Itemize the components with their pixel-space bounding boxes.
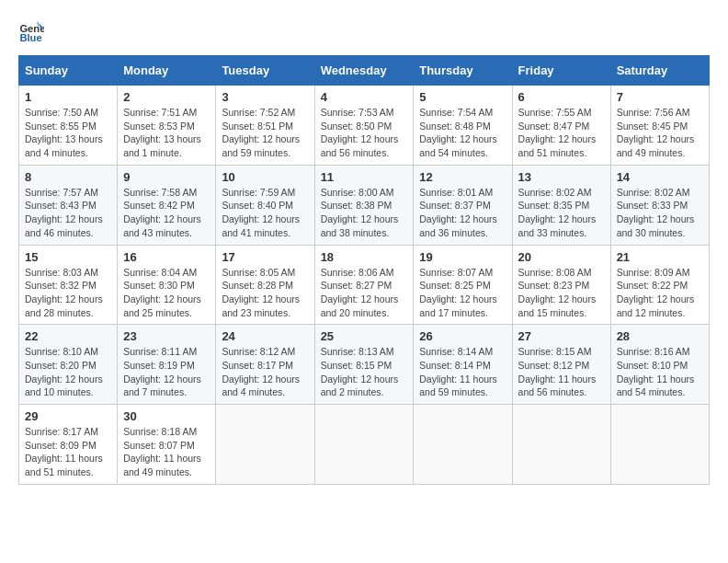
calendar-day-cell: 11Sunrise: 8:00 AMSunset: 8:38 PMDayligh… [314, 165, 414, 245]
calendar-day-cell: 14Sunrise: 8:02 AMSunset: 8:33 PMDayligh… [610, 165, 709, 245]
weekday-header-cell: Thursday [414, 56, 512, 86]
calendar-day-cell: 22Sunrise: 8:10 AMSunset: 8:20 PMDayligh… [19, 325, 118, 405]
day-number: 27 [518, 329, 605, 343]
calendar-day-cell: 7Sunrise: 7:56 AMSunset: 8:45 PMDaylight… [610, 86, 709, 166]
calendar-week-row: 29Sunrise: 8:17 AMSunset: 8:09 PMDayligh… [19, 405, 710, 485]
calendar-day-cell: 26Sunrise: 8:14 AMSunset: 8:14 PMDayligh… [414, 325, 512, 405]
day-detail: Sunrise: 7:56 AMSunset: 8:45 PMDaylight:… [617, 106, 703, 160]
day-number: 4 [321, 90, 408, 104]
day-detail: Sunrise: 8:18 AMSunset: 8:07 PMDaylight:… [123, 425, 210, 479]
calendar-week-row: 15Sunrise: 8:03 AMSunset: 8:32 PMDayligh… [19, 245, 710, 325]
day-number: 18 [321, 250, 408, 264]
calendar-day-cell: 10Sunrise: 7:59 AMSunset: 8:40 PMDayligh… [216, 165, 314, 245]
day-number: 20 [518, 250, 605, 264]
calendar-day-cell: 3Sunrise: 7:52 AMSunset: 8:51 PMDaylight… [216, 86, 314, 166]
day-detail: Sunrise: 7:53 AMSunset: 8:50 PMDaylight:… [321, 106, 408, 160]
calendar-day-cell: 23Sunrise: 8:11 AMSunset: 8:19 PMDayligh… [118, 325, 216, 405]
weekday-header-row: SundayMondayTuesdayWednesdayThursdayFrid… [19, 56, 710, 86]
day-detail: Sunrise: 7:51 AMSunset: 8:53 PMDaylight:… [123, 106, 210, 160]
day-number: 7 [617, 90, 703, 104]
day-number: 8 [25, 170, 111, 184]
day-detail: Sunrise: 7:50 AMSunset: 8:55 PMDaylight:… [25, 106, 111, 160]
calendar-day-cell: 25Sunrise: 8:13 AMSunset: 8:15 PMDayligh… [314, 325, 414, 405]
day-number: 1 [25, 90, 111, 104]
calendar-day-cell: 30Sunrise: 8:18 AMSunset: 8:07 PMDayligh… [118, 405, 216, 485]
day-number: 22 [25, 329, 111, 343]
day-detail: Sunrise: 8:02 AMSunset: 8:33 PMDaylight:… [617, 186, 703, 240]
day-detail: Sunrise: 8:08 AMSunset: 8:23 PMDaylight:… [518, 266, 605, 320]
weekday-header-cell: Wednesday [314, 56, 414, 86]
day-detail: Sunrise: 8:02 AMSunset: 8:35 PMDaylight:… [518, 186, 605, 240]
calendar-day-cell: 17Sunrise: 8:05 AMSunset: 8:28 PMDayligh… [216, 245, 314, 325]
calendar-body: 1Sunrise: 7:50 AMSunset: 8:55 PMDaylight… [19, 86, 710, 485]
day-number: 30 [123, 409, 210, 423]
calendar-day-cell [314, 405, 414, 485]
calendar-day-cell: 9Sunrise: 7:58 AMSunset: 8:42 PMDaylight… [118, 165, 216, 245]
calendar-day-cell [216, 405, 314, 485]
calendar-day-cell: 13Sunrise: 8:02 AMSunset: 8:35 PMDayligh… [512, 165, 610, 245]
calendar-table: SundayMondayTuesdayWednesdayThursdayFrid… [18, 55, 710, 485]
calendar-day-cell [512, 405, 610, 485]
day-number: 23 [123, 329, 210, 343]
day-number: 15 [25, 250, 111, 264]
day-detail: Sunrise: 8:04 AMSunset: 8:30 PMDaylight:… [123, 266, 210, 320]
calendar-day-cell [610, 405, 709, 485]
day-detail: Sunrise: 8:17 AMSunset: 8:09 PMDaylight:… [25, 425, 111, 479]
day-detail: Sunrise: 8:13 AMSunset: 8:15 PMDaylight:… [321, 345, 408, 399]
calendar-day-cell: 18Sunrise: 8:06 AMSunset: 8:27 PMDayligh… [314, 245, 414, 325]
day-detail: Sunrise: 8:15 AMSunset: 8:12 PMDaylight:… [518, 345, 605, 399]
logo: General Blue [18, 18, 48, 44]
day-number: 29 [25, 409, 111, 423]
calendar-day-cell: 20Sunrise: 8:08 AMSunset: 8:23 PMDayligh… [512, 245, 610, 325]
day-number: 26 [419, 329, 506, 343]
day-detail: Sunrise: 8:09 AMSunset: 8:22 PMDaylight:… [617, 266, 703, 320]
day-number: 9 [123, 170, 210, 184]
calendar-day-cell: 5Sunrise: 7:54 AMSunset: 8:48 PMDaylight… [414, 86, 512, 166]
calendar-day-cell [414, 405, 512, 485]
calendar-day-cell: 8Sunrise: 7:57 AMSunset: 8:43 PMDaylight… [19, 165, 118, 245]
day-number: 2 [123, 90, 210, 104]
day-number: 12 [419, 170, 506, 184]
calendar-day-cell: 6Sunrise: 7:55 AMSunset: 8:47 PMDaylight… [512, 86, 610, 166]
weekday-header-cell: Friday [512, 56, 610, 86]
day-number: 19 [419, 250, 506, 264]
page-header: General Blue [18, 18, 710, 44]
calendar-week-row: 8Sunrise: 7:57 AMSunset: 8:43 PMDaylight… [19, 165, 710, 245]
calendar-week-row: 1Sunrise: 7:50 AMSunset: 8:55 PMDaylight… [19, 86, 710, 166]
day-number: 10 [222, 170, 308, 184]
calendar-day-cell: 27Sunrise: 8:15 AMSunset: 8:12 PMDayligh… [512, 325, 610, 405]
calendar-day-cell: 12Sunrise: 8:01 AMSunset: 8:37 PMDayligh… [414, 165, 512, 245]
calendar-day-cell: 15Sunrise: 8:03 AMSunset: 8:32 PMDayligh… [19, 245, 118, 325]
calendar-day-cell: 16Sunrise: 8:04 AMSunset: 8:30 PMDayligh… [118, 245, 216, 325]
calendar-day-cell: 29Sunrise: 8:17 AMSunset: 8:09 PMDayligh… [19, 405, 118, 485]
day-detail: Sunrise: 8:01 AMSunset: 8:37 PMDaylight:… [419, 186, 506, 240]
day-detail: Sunrise: 8:10 AMSunset: 8:20 PMDaylight:… [25, 345, 111, 399]
calendar-day-cell: 21Sunrise: 8:09 AMSunset: 8:22 PMDayligh… [610, 245, 709, 325]
calendar-day-cell: 2Sunrise: 7:51 AMSunset: 8:53 PMDaylight… [118, 86, 216, 166]
day-number: 24 [222, 329, 308, 343]
calendar-day-cell: 28Sunrise: 8:16 AMSunset: 8:10 PMDayligh… [610, 325, 709, 405]
day-detail: Sunrise: 8:11 AMSunset: 8:19 PMDaylight:… [123, 345, 210, 399]
day-detail: Sunrise: 8:05 AMSunset: 8:28 PMDaylight:… [222, 266, 308, 320]
day-number: 16 [123, 250, 210, 264]
weekday-header-cell: Monday [118, 56, 216, 86]
day-detail: Sunrise: 8:14 AMSunset: 8:14 PMDaylight:… [419, 345, 506, 399]
day-detail: Sunrise: 8:12 AMSunset: 8:17 PMDaylight:… [222, 345, 308, 399]
day-number: 25 [321, 329, 408, 343]
weekday-header-cell: Saturday [610, 56, 709, 86]
calendar-day-cell: 19Sunrise: 8:07 AMSunset: 8:25 PMDayligh… [414, 245, 512, 325]
day-number: 17 [222, 250, 308, 264]
day-detail: Sunrise: 7:55 AMSunset: 8:47 PMDaylight:… [518, 106, 605, 160]
day-detail: Sunrise: 8:00 AMSunset: 8:38 PMDaylight:… [321, 186, 408, 240]
day-number: 3 [222, 90, 308, 104]
day-detail: Sunrise: 7:58 AMSunset: 8:42 PMDaylight:… [123, 186, 210, 240]
day-detail: Sunrise: 7:57 AMSunset: 8:43 PMDaylight:… [25, 186, 111, 240]
calendar-day-cell: 24Sunrise: 8:12 AMSunset: 8:17 PMDayligh… [216, 325, 314, 405]
weekday-header-cell: Tuesday [216, 56, 314, 86]
svg-text:Blue: Blue [19, 32, 41, 43]
day-detail: Sunrise: 8:16 AMSunset: 8:10 PMDaylight:… [617, 345, 703, 399]
day-detail: Sunrise: 7:59 AMSunset: 8:40 PMDaylight:… [222, 186, 308, 240]
calendar-day-cell: 1Sunrise: 7:50 AMSunset: 8:55 PMDaylight… [19, 86, 118, 166]
logo-icon: General Blue [18, 18, 44, 44]
calendar-day-cell: 4Sunrise: 7:53 AMSunset: 8:50 PMDaylight… [314, 86, 414, 166]
